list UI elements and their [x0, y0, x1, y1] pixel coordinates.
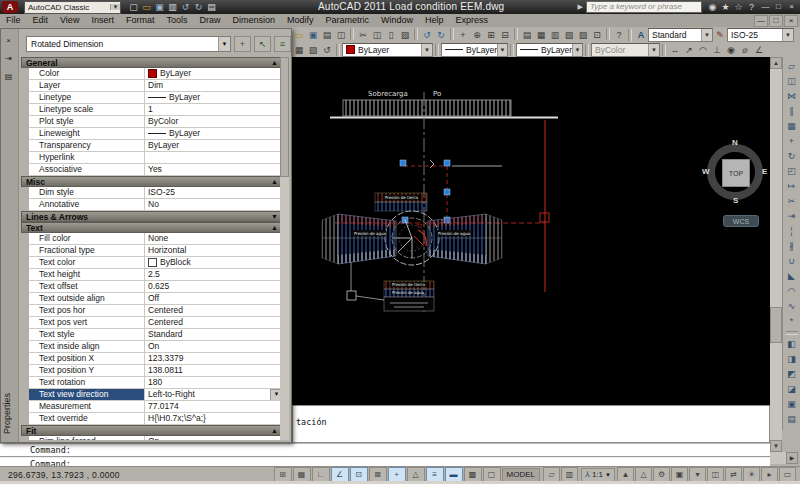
plot-icon[interactable]: ▤ — [205, 1, 218, 13]
hatch-to-back-icon[interactable]: ▤ — [784, 412, 799, 426]
help-icon[interactable]: ? — [612, 28, 626, 41]
top-load-block[interactable]: Presión de tierra — [375, 193, 427, 211]
polar-tracking-icon[interactable]: ∠ — [331, 467, 349, 482]
blend-icon[interactable]: ∿ — [784, 299, 799, 313]
dynamic-ucs-icon[interactable]: △ — [407, 467, 425, 482]
explode-icon[interactable]: * — [784, 314, 799, 328]
collapse-icon[interactable]: ▲ — [271, 224, 278, 231]
scroll-right-icon[interactable]: ▶ — [786, 452, 798, 464]
viewport-tools-icon[interactable]: ◫ — [707, 467, 724, 482]
tool-palettes-icon[interactable]: ▥ — [548, 28, 562, 41]
menu-parametric[interactable]: Parametric — [320, 14, 376, 27]
scroll-down-icon[interactable]: ▼ — [770, 440, 782, 452]
property-value[interactable]: ByLayer — [145, 128, 283, 139]
annotation-scale-button[interactable]: ⅄ 1:1 ▼ — [581, 468, 615, 482]
property-value[interactable]: Horizontal — [145, 245, 283, 256]
menu-file[interactable]: File — [0, 14, 27, 27]
close-palette-icon[interactable]: × — [2, 35, 15, 47]
property-value[interactable]: Left-to-Right▼ — [145, 389, 283, 400]
trim-icon[interactable]: ✂ — [784, 194, 799, 208]
status-menu-icon[interactable]: ▾ — [689, 467, 706, 482]
property-value[interactable]: ByLayer — [145, 68, 283, 79]
lineweight-display-icon[interactable]: ▬ — [445, 467, 463, 482]
sheet-set-manager-icon[interactable]: ▧ — [562, 28, 576, 41]
favorites-icon[interactable]: ☆ — [732, 1, 745, 13]
transparency-display-icon[interactable]: ▩ — [464, 467, 482, 482]
plot-style-control-dropdown[interactable]: ByColor ▼ — [591, 43, 660, 57]
coordinates-readout[interactable]: 296.6739, 13.7923 , 0.0000 — [0, 470, 274, 480]
chevron-down-icon[interactable]: ▼ — [572, 44, 582, 56]
break-at-point-icon[interactable]: ¦ — [784, 224, 799, 238]
quickcalc-icon[interactable]: ⊡ — [590, 28, 604, 41]
property-value[interactable]: ByLayer — [145, 140, 283, 151]
menu-dimension[interactable]: Dimension — [226, 14, 281, 27]
palette-section-misc[interactable]: Misc▲ — [21, 176, 283, 187]
pan-icon[interactable]: + — [456, 28, 470, 41]
color-control-dropdown[interactable]: ByLayer ▼ — [342, 43, 433, 57]
help-icon[interactable]: ? — [745, 1, 758, 13]
object-snap-icon[interactable]: ⊡ — [350, 467, 368, 482]
property-value[interactable]: Centered — [145, 305, 283, 316]
match-properties-icon[interactable]: ▨ — [398, 28, 412, 41]
collapse-icon[interactable]: ▲ — [271, 427, 278, 434]
layer-properties-icon[interactable]: ▦ — [292, 43, 306, 56]
open-icon[interactable]: ▭ — [292, 28, 306, 41]
open-file-icon[interactable]: ▭ — [140, 1, 153, 13]
menu-window[interactable]: Window — [375, 14, 419, 27]
viewcube-south[interactable]: S — [733, 196, 738, 205]
infocenter-expand-icon[interactable]: ▶ — [578, 3, 583, 11]
snap-mode-icon[interactable]: ⊞ — [274, 467, 292, 482]
linetype-control-dropdown[interactable]: ByLayer ▼ — [441, 43, 508, 57]
fillet-icon[interactable]: ◠ — [784, 284, 799, 298]
bring-above-icon[interactable]: ◩ — [784, 367, 799, 381]
palette-section-text[interactable]: Text▲ — [21, 222, 283, 233]
property-value[interactable]: 123.3379 — [145, 353, 283, 364]
plot-icon[interactable]: ▤ — [320, 28, 334, 41]
menu-help[interactable]: Help — [419, 14, 450, 27]
copy-clip-icon[interactable]: ◫ — [370, 28, 384, 41]
clean-screen-icon[interactable]: ▭ — [779, 467, 796, 482]
object-snap-tracking-icon[interactable]: + — [388, 467, 406, 482]
model-space-button[interactable]: MODEL — [502, 468, 540, 482]
toggle-pickadd-button[interactable]: + — [234, 36, 251, 52]
autocad-logo-icon[interactable]: A — [2, 1, 18, 13]
ortho-mode-icon[interactable]: ∟ — [312, 467, 330, 482]
chevron-down-icon[interactable]: ▼ — [648, 44, 659, 56]
property-value[interactable]: None — [145, 233, 283, 244]
save-as-icon[interactable]: ▥ — [166, 1, 179, 13]
property-value[interactable]: ISO-25 — [145, 187, 283, 198]
property-value[interactable]: Yes — [145, 164, 283, 175]
search-icon[interactable]: ◉ — [706, 1, 719, 13]
plot-preview-icon[interactable]: ◫ — [334, 28, 348, 41]
save-file-icon[interactable]: ▣ — [153, 1, 166, 13]
menu-modify[interactable]: Modify — [281, 14, 320, 27]
dim-aligned-icon[interactable]: ↗ — [682, 43, 696, 56]
zoom-window-icon[interactable]: ⊞ — [484, 28, 498, 41]
chevron-down-icon[interactable]: ▼ — [110, 4, 120, 10]
palette-scrollbar[interactable] — [280, 57, 289, 440]
viewcube[interactable]: N S W E TOP — [703, 140, 767, 204]
property-value[interactable]: No — [145, 199, 283, 210]
performance-tuner-icon[interactable]: ☀ — [743, 467, 760, 482]
dim-style-icon[interactable]: ✎ — [713, 28, 727, 41]
erase-icon[interactable]: ▱ — [784, 59, 799, 73]
palette-section-general[interactable]: General▲ — [21, 57, 283, 68]
property-value[interactable]: Centered — [145, 317, 283, 328]
undo-icon[interactable]: ↺ — [420, 28, 434, 41]
new-file-icon[interactable]: ▢ — [127, 1, 140, 13]
scroll-up-icon[interactable]: ▲ — [770, 57, 782, 69]
text-style-dropdown[interactable]: Standard▼ — [648, 28, 713, 42]
paste-icon[interactable]: ▯ — [384, 28, 398, 41]
3d-object-snap-icon[interactable]: ⊠ — [369, 467, 387, 482]
palette-scroll-thumb[interactable] — [280, 57, 289, 177]
vertical-scroll-thumb[interactable] — [770, 307, 782, 343]
collapse-icon[interactable]: ▲ — [271, 178, 278, 185]
markup-icon[interactable]: ▨ — [576, 28, 590, 41]
dynamic-input-icon[interactable]: ≡ — [426, 467, 444, 482]
chevron-down-icon[interactable]: ▼ — [497, 44, 507, 56]
grip[interactable] — [444, 189, 450, 195]
quick-view-layouts-icon[interactable]: ▱ — [543, 467, 560, 482]
collapse-icon[interactable]: ▲ — [271, 59, 278, 66]
property-value[interactable]: 180 — [145, 377, 283, 388]
save-icon[interactable]: ▣ — [306, 28, 320, 41]
